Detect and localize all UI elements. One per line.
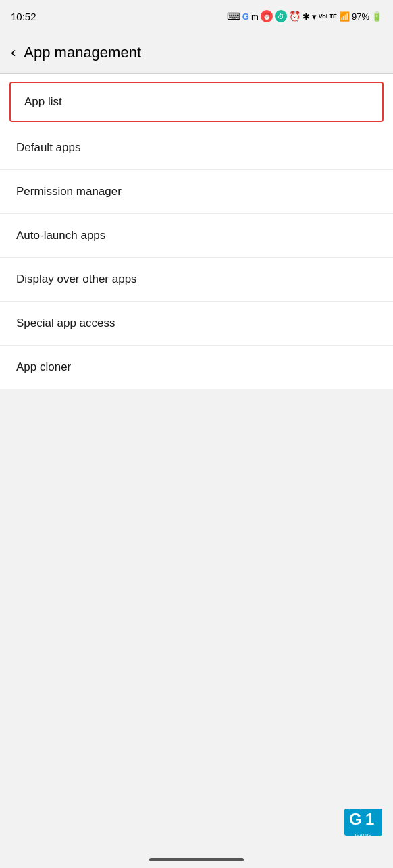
menu-section: App list Default apps Permission manager… [0, 74, 393, 389]
menu-item-app-list[interactable]: App list [9, 82, 384, 122]
back-button[interactable]: ‹ [11, 44, 16, 61]
signal-icon: 📶 [339, 11, 350, 22]
watermark-svg: G 1 [346, 809, 380, 831]
watermark-sub: GADG [355, 833, 372, 836]
battery-icon: 🔋 [371, 11, 382, 22]
menu-item-display-over-other-apps[interactable]: Display over other apps [0, 258, 393, 302]
clock-icon: ⏰ [289, 11, 300, 22]
app-list-wrapper: App list [0, 74, 393, 122]
alarm-icon: ⏰ [261, 10, 273, 22]
watermark-box: G 1 GADG [344, 809, 382, 836]
timer-icon: ⏱ [275, 10, 287, 22]
bluetooth-icon: ✱ [303, 11, 310, 22]
status-bar: 10:52 ⌨ G m ⏰ ⏱ ⏰ ✱ ▾ VoLTE 📶 97% 🔋 [0, 0, 393, 32]
svg-text:1: 1 [365, 810, 374, 828]
svg-text:G: G [349, 810, 361, 828]
notification-icons: ⌨ G m ⏰ ⏱ ⏰ ✱ ▾ VoLTE 📶 97% 🔋 [227, 10, 382, 22]
keyboard-icon: ⌨ [227, 11, 240, 22]
watermark: G 1 GADG [344, 809, 382, 836]
status-time: 10:52 [11, 11, 36, 22]
g-icon: G [242, 11, 249, 22]
menu-item-app-cloner[interactable]: App cloner [0, 346, 393, 389]
battery-percent: 97% [352, 11, 369, 22]
mail-icon: m [251, 11, 259, 22]
menu-item-default-apps[interactable]: Default apps [0, 126, 393, 170]
app-header: ‹ App management [0, 32, 393, 73]
page-title: App management [24, 44, 141, 61]
bottom-nav-bar [149, 858, 244, 861]
menu-item-auto-launch-apps[interactable]: Auto-launch apps [0, 214, 393, 258]
menu-item-special-app-access[interactable]: Special app access [0, 302, 393, 346]
watermark-letters: G 1 [346, 809, 380, 833]
wifi-icon: ▾ [312, 11, 317, 22]
menu-item-permission-manager[interactable]: Permission manager [0, 170, 393, 214]
volte-icon: VoLTE [319, 13, 337, 20]
